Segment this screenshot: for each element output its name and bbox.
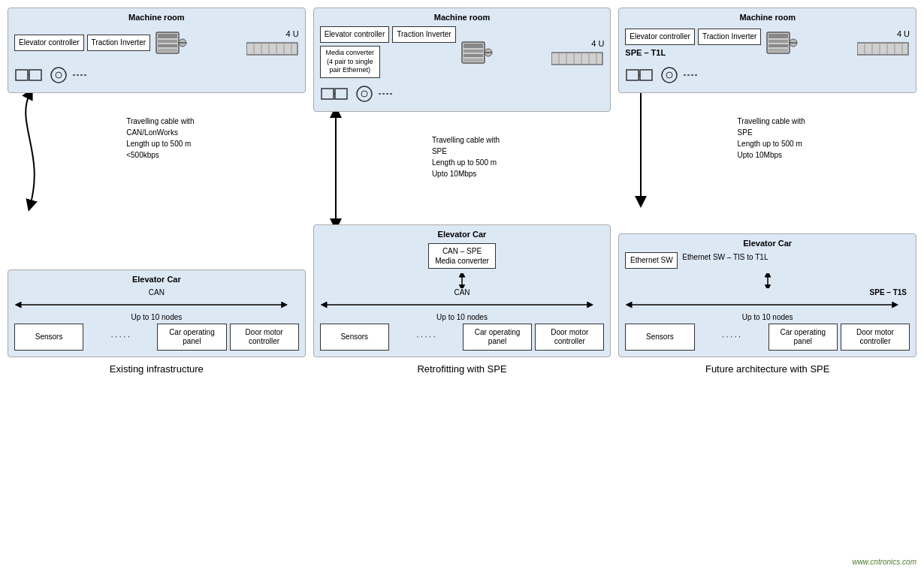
svg-point-61 bbox=[662, 68, 677, 83]
car-operating-panel-2: Car operating panel bbox=[463, 324, 532, 351]
car-operating-panel-1: Car operating panel bbox=[157, 324, 226, 351]
machine-room-inner-2: Elevator controller Traction Inverter Me… bbox=[320, 26, 605, 78]
ethernet-sw-desc-3: Ethernet SW – TIS to T1L bbox=[682, 252, 768, 262]
traction-inverter-3: Traction Inverter bbox=[698, 29, 761, 45]
svg-point-62 bbox=[666, 72, 672, 78]
rack-box-2 bbox=[551, 51, 604, 66]
can-spe-converter-2: CAN – SPE Media converter bbox=[428, 243, 496, 269]
svg-rect-46 bbox=[768, 40, 788, 43]
rack-box-3 bbox=[857, 41, 910, 56]
watermark: www.cntronics.com bbox=[852, 558, 916, 566]
machine-room-3: Machine room Elevator controller Tractio… bbox=[618, 8, 916, 93]
traction-inverter-1: Traction Inverter bbox=[87, 35, 150, 51]
traction-inverter-2: Traction Inverter bbox=[392, 26, 455, 43]
vert-arrows-2 bbox=[451, 273, 473, 288]
switch-icon-3 bbox=[625, 64, 655, 86]
spe-arrows-3 bbox=[625, 298, 910, 312]
svg-rect-36 bbox=[335, 89, 347, 99]
label-4u-2: 4 U bbox=[591, 39, 604, 48]
devices-row-3: Sensors · · · · · Car operating panel Do… bbox=[625, 324, 910, 351]
dash-line-3 bbox=[684, 74, 697, 77]
dots-3: · · · · · bbox=[698, 324, 765, 351]
sensors-3: Sensors bbox=[625, 324, 694, 351]
svg-rect-35 bbox=[322, 89, 334, 99]
sensors-1: Sensors bbox=[14, 324, 83, 351]
svg-point-38 bbox=[357, 86, 372, 101]
svg-point-18 bbox=[56, 72, 62, 78]
connector-icon-2 bbox=[355, 84, 374, 104]
motor-icon-3 bbox=[765, 26, 799, 59]
can-arrows-1 bbox=[14, 298, 299, 312]
svg-rect-25 bbox=[464, 59, 483, 62]
arrow-area-1: Travelling cable with CAN/LonWorks Lengt… bbox=[8, 93, 306, 269]
elevator-controller-1: Elevator controller bbox=[14, 35, 84, 51]
elevator-car-3: Elevator Car Ethernet SW Ethernet SW – T… bbox=[618, 233, 916, 357]
svg-point-17 bbox=[51, 68, 66, 83]
elevator-controller-2: Elevator controller bbox=[320, 26, 390, 43]
nodes-label-3: Up to 10 nodes bbox=[625, 313, 910, 321]
svg-rect-58 bbox=[627, 70, 639, 80]
svg-rect-1 bbox=[158, 34, 177, 38]
motor-icon-2 bbox=[460, 36, 494, 69]
motor-icon-1 bbox=[155, 26, 188, 59]
machine-room-label-3: Machine room bbox=[625, 13, 910, 22]
dash-line-1 bbox=[73, 74, 86, 77]
switch-icon-2 bbox=[320, 83, 350, 105]
sensors-2: Sensors bbox=[320, 324, 389, 351]
main-container: Machine room Elevator controller Tractio… bbox=[0, 0, 924, 382]
spe-t1s-label-3: SPE – T1S bbox=[625, 288, 907, 297]
machine-room-inner-1: Elevator controller Traction Inverter bbox=[14, 26, 299, 59]
nodes-label-1: Up to 10 nodes bbox=[14, 313, 299, 321]
door-motor-controller-2: Door motor controller bbox=[535, 324, 604, 351]
media-converter-2: Media converter (4 pair to single pair E… bbox=[320, 46, 380, 78]
diagrams-row: Machine room Elevator controller Tractio… bbox=[8, 8, 916, 375]
devices-row-1: Sensors · · · · · Car operating panel Do… bbox=[14, 324, 299, 351]
switch-icon-1 bbox=[14, 64, 44, 86]
machine-room-label-1: Machine room bbox=[14, 13, 299, 22]
caption-1: Existing infrastructure bbox=[110, 363, 204, 375]
elevator-car-2: Elevator Car CAN – SPE Media converter bbox=[313, 224, 611, 357]
svg-point-39 bbox=[361, 91, 367, 97]
svg-rect-24 bbox=[464, 54, 483, 57]
diagram-col-1: Machine room Elevator controller Tractio… bbox=[8, 8, 306, 375]
ethernet-sw-3: Ethernet SW bbox=[625, 252, 678, 269]
svg-rect-45 bbox=[768, 34, 788, 38]
machine-room-label-2: Machine room bbox=[320, 13, 605, 22]
connector-icon-1 bbox=[49, 65, 68, 85]
elevator-car-1: Elevator Car CAN bbox=[8, 269, 306, 357]
svg-rect-3 bbox=[158, 44, 177, 47]
can-arrows-2 bbox=[320, 298, 605, 312]
dots-1: · · · · · bbox=[86, 324, 154, 351]
ethernet-sw-row-3: Ethernet SW Ethernet SW – TIS to T1L bbox=[625, 252, 910, 269]
rack-box-1 bbox=[246, 41, 299, 56]
devices-row-2: Sensors · · · · · Car operating panel Do… bbox=[320, 324, 605, 351]
label-4u-3: 4 U bbox=[897, 29, 910, 38]
svg-rect-4 bbox=[158, 49, 177, 52]
arrow-area-3: Travelling cable with SPE Length up to 5… bbox=[618, 93, 916, 233]
dots-2: · · · · · bbox=[392, 324, 460, 351]
svg-rect-14 bbox=[16, 70, 28, 80]
label-4u-1: 4 U bbox=[286, 29, 299, 38]
svg-rect-59 bbox=[640, 70, 652, 80]
machine-room-inner-3: Elevator controller Traction Inverter SP… bbox=[625, 26, 910, 59]
cable-label-1: Travelling cable with CAN/LonWorks Lengt… bbox=[126, 116, 194, 269]
caption-3: Future architecture with SPE bbox=[705, 363, 829, 375]
dash-line-2 bbox=[379, 92, 392, 95]
machine-devices-1: Elevator controller Traction Inverter bbox=[14, 35, 150, 51]
nodes-label-2: Up to 10 nodes bbox=[320, 313, 605, 321]
cable-label-2: Travelling cable with SPE Length up to 5… bbox=[432, 134, 500, 224]
svg-rect-15 bbox=[29, 70, 41, 80]
svg-rect-2 bbox=[158, 40, 177, 43]
spe-t1l-label: SPE – T1L bbox=[625, 48, 758, 57]
car-operating-panel-3: Car operating panel bbox=[768, 324, 838, 351]
connector-icon-3 bbox=[660, 65, 679, 85]
svg-rect-23 bbox=[464, 50, 483, 53]
can-label-2: CAN bbox=[454, 288, 470, 297]
door-motor-controller-1: Door motor controller bbox=[230, 324, 299, 351]
vert-arrows-3 bbox=[756, 273, 779, 288]
diagram-col-3: Machine room Elevator controller Tractio… bbox=[618, 8, 916, 375]
caption-2: Retrofitting with SPE bbox=[417, 363, 506, 375]
elevator-car-label-3: Elevator Car bbox=[625, 239, 910, 248]
machine-room-1: Machine room Elevator controller Tractio… bbox=[8, 8, 306, 93]
arrow-area-2: Travelling cable with SPE Length up to 5… bbox=[313, 112, 611, 224]
